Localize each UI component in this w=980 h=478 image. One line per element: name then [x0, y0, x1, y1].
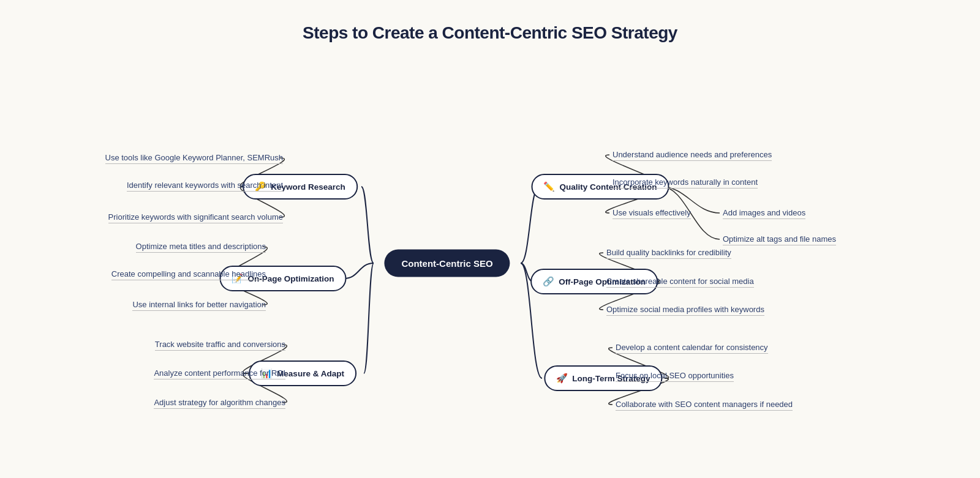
leaf-long-term-strategy-2: Collaborate with SEO content managers if…	[616, 400, 793, 411]
leaf-measure-adapt-0: Track website traffic and conversions	[155, 340, 285, 351]
page-title: Steps to Create a Content-Centric SEO St…	[0, 0, 980, 43]
leaf-quality-content-3: Add images and videos	[723, 208, 805, 219]
leaf-measure-adapt-2: Adjust strategy for algorithm changes	[154, 398, 285, 409]
leaf-quality-content-0: Understand audience needs and preference…	[612, 150, 772, 161]
leaf-long-term-strategy-1: Focus on local SEO opportunities	[616, 371, 734, 382]
leaf-keyword-research-0: Use tools like Google Keyword Planner, S…	[105, 153, 283, 164]
leaf-keyword-research-2: Prioritize keywords with significant sea…	[108, 212, 283, 223]
leaf-long-term-strategy-0: Develop a content calendar for consisten…	[616, 343, 768, 354]
leaf-off-page-optimization-1: Create shareable content for social medi…	[606, 277, 754, 288]
leaf-quality-content-2: Use visuals effectively	[612, 208, 691, 219]
mindmap-diagram: Steps to Create a Content-Centric SEO St…	[0, 0, 980, 478]
leaf-off-page-optimization-0: Build quality backlinks for credibility	[606, 248, 731, 259]
leaf-quality-content-1: Incorporate keywords naturally in conten…	[612, 177, 758, 189]
leaf-measure-adapt-1: Analyze content performance for ROI	[154, 368, 285, 379]
leaf-quality-content-4: Optimize alt tags and file names	[723, 234, 836, 245]
leaf-on-page-optimization-2: Use internal links for better navigation	[132, 300, 266, 311]
leaf-off-page-optimization-2: Optimize social media profiles with keyw…	[606, 305, 764, 316]
leaf-keyword-research-1: Identify relevant keywords with search i…	[127, 181, 283, 192]
leaf-on-page-optimization-0: Optimize meta titles and descriptions	[136, 242, 266, 253]
leaf-on-page-optimization-1: Create compelling and scannable headline…	[111, 269, 266, 280]
center-node: Content-Centric SEO	[384, 250, 510, 277]
